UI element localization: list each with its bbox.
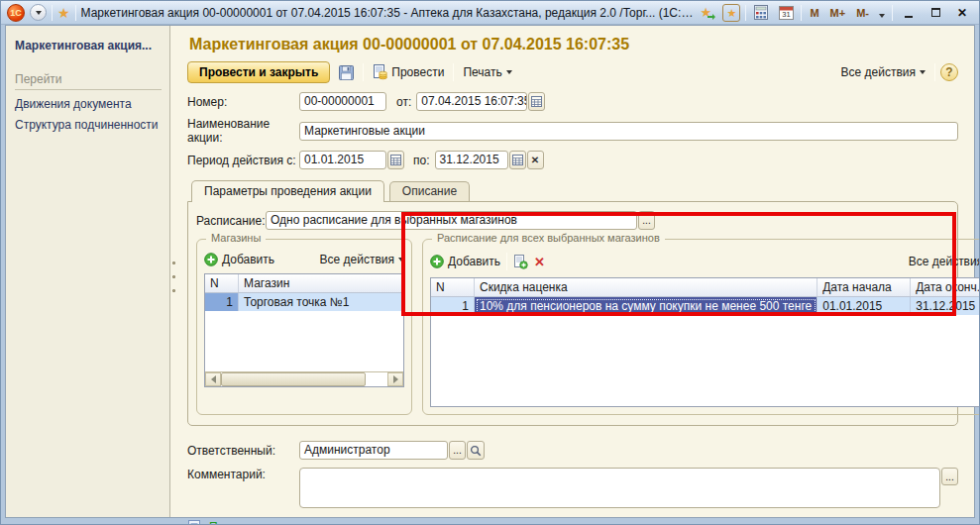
- tab-bar: Параметры проведения акции Описание: [187, 179, 958, 201]
- stores-toolbar: Добавить Все действия: [204, 253, 404, 266]
- add-plus-icon: [430, 255, 444, 268]
- comment-input[interactable]: [299, 468, 940, 508]
- favorites-star-icon[interactable]: ★: [57, 6, 70, 20]
- divider: [363, 63, 364, 81]
- schedule-table-header: N Скидка наценка Дата начала Дата оконч.…: [431, 278, 980, 297]
- responsible-label: Ответственный:: [187, 444, 299, 458]
- memory-m-minus-button[interactable]: M-: [853, 7, 872, 19]
- schedule-col-start[interactable]: Дата начала: [817, 278, 911, 296]
- save-button[interactable]: [335, 63, 358, 82]
- maximize-button[interactable]: [925, 4, 946, 22]
- memory-m-plus-button[interactable]: M+: [827, 7, 849, 19]
- calculator-icon: [754, 5, 768, 20]
- sidebar-item-document-movements[interactable]: Движения документа: [15, 97, 162, 111]
- schedule-table: N Скидка наценка Дата начала Дата оконч.…: [430, 277, 980, 407]
- sidebar-item-subordination-structure[interactable]: Структура подчиненности: [15, 118, 162, 132]
- stores-col-store[interactable]: Магазин: [239, 274, 403, 292]
- divider: [52, 5, 53, 21]
- tab-description[interactable]: Описание: [389, 181, 470, 201]
- calendar-grid-icon: [512, 155, 523, 165]
- sidebar-splitter[interactable]: [170, 26, 177, 517]
- sidebar: Маркетинговая акция... Перейти Движения …: [6, 26, 170, 517]
- maximize-icon: [931, 8, 940, 17]
- all-actions-button[interactable]: Все действия: [837, 63, 929, 81]
- sidebar-nav-header: Перейти: [15, 72, 162, 90]
- schedule-copy-button[interactable]: [513, 255, 528, 269]
- period-to-picker-button[interactable]: [509, 151, 526, 169]
- chevron-down-icon: [920, 70, 926, 74]
- post-button[interactable]: Провести: [369, 62, 448, 82]
- close-button[interactable]: ✕: [951, 4, 973, 22]
- period-label: Период действия с:: [187, 154, 299, 167]
- arrow-left-icon: [211, 375, 216, 383]
- stores-table-empty-area: [205, 311, 403, 371]
- calendar-button[interactable]: 31: [776, 4, 796, 22]
- post-and-close-button[interactable]: Провести и закрыть: [187, 61, 330, 83]
- number-input[interactable]: 00-00000001: [299, 92, 386, 111]
- number-label: Номер:: [187, 95, 299, 109]
- schedule-col-discount[interactable]: Скидка наценка: [475, 278, 817, 296]
- period-to-input[interactable]: 31.12.2015: [435, 151, 508, 169]
- main-panel: Маркетинговая акция 00-00000001 от 07.04…: [177, 26, 974, 517]
- posted-document-icon: [187, 519, 203, 525]
- scroll-right-button[interactable]: [387, 372, 403, 386]
- favorites-list-button[interactable]: ★: [722, 4, 740, 22]
- toolbar-overflow-chevron-icon[interactable]: [879, 14, 885, 18]
- divider: [801, 5, 802, 21]
- period-from-picker-button[interactable]: [387, 151, 404, 169]
- print-menu-button[interactable]: Печать: [459, 63, 515, 81]
- schedule-delete-button[interactable]: ✕: [534, 255, 545, 269]
- tab-panel: Расписание: Одно расписание для выбранны…: [187, 201, 958, 426]
- period-to-clear-button[interactable]: ✕: [527, 151, 544, 169]
- help-button[interactable]: ?: [940, 63, 958, 81]
- name-input[interactable]: Маркетинговые акции: [299, 122, 958, 141]
- table-row[interactable]: 1 10% для пенсионеров на сумму покупки н…: [431, 297, 980, 315]
- schedule-group-title: Расписание для всех выбранных магазинов: [432, 232, 665, 244]
- sidebar-document-title: Маркетинговая акция...: [15, 39, 162, 52]
- command-bar: Провести и закрыть: [187, 61, 958, 83]
- magnifier-icon: [470, 445, 482, 457]
- system-menu-button[interactable]: [30, 4, 47, 21]
- green-arrow-icon: [708, 12, 715, 20]
- group-boxes: Магазины Добавить: [196, 239, 949, 415]
- comment-expand-button[interactable]: ...: [941, 468, 958, 485]
- titlebar: 1С ★ Маркетинговая акция 00-00000001 от …: [1, 1, 979, 25]
- minimize-icon: [905, 16, 913, 18]
- schedule-select-button[interactable]: ...: [638, 211, 655, 230]
- schedule-col-n[interactable]: N: [431, 278, 475, 296]
- period-from-input[interactable]: 01.01.2015: [299, 151, 386, 169]
- calendar-grid-icon: [390, 155, 401, 165]
- scroll-track[interactable]: [221, 372, 387, 386]
- schedule-col-end[interactable]: Дата оконч...: [911, 278, 980, 296]
- table-row[interactable]: 1 Торговая точка №1: [205, 293, 403, 311]
- copy-add-icon: [513, 255, 528, 269]
- scroll-left-button[interactable]: [205, 372, 221, 386]
- name-row: Наименование акции: Маркетинговые акции: [187, 117, 958, 145]
- responsible-search-button[interactable]: [467, 441, 485, 460]
- stores-all-actions-button[interactable]: Все действия: [320, 253, 404, 266]
- stores-h-scrollbar[interactable]: [205, 371, 403, 386]
- add-favorite-button[interactable]: ★: [698, 4, 717, 22]
- minimize-button[interactable]: [898, 4, 920, 22]
- date-picker-button[interactable]: [528, 92, 545, 111]
- memory-m-button[interactable]: M: [807, 7, 821, 19]
- add-plus-icon: [204, 253, 218, 266]
- 1c-logo-icon: 1С: [7, 4, 25, 22]
- window-content: Маркетинговая акция... Перейти Движения …: [5, 25, 975, 518]
- stores-add-button[interactable]: Добавить: [204, 253, 274, 266]
- schedule-add-button[interactable]: Добавить: [430, 255, 500, 268]
- stores-col-n[interactable]: N: [205, 274, 239, 292]
- tab-action-parameters[interactable]: Параметры проведения акции: [191, 180, 384, 202]
- stores-groupbox: Магазины Добавить: [196, 239, 412, 415]
- svg-text:31: 31: [782, 10, 790, 19]
- schedule-add-label: Добавить: [448, 255, 500, 268]
- schedule-input[interactable]: Одно расписание для выбранных магазинов: [266, 211, 637, 230]
- window-title: Маркетинговая акция 00-00000001 от 07.04…: [81, 6, 694, 20]
- responsible-select-button[interactable]: ...: [449, 441, 466, 460]
- date-input[interactable]: 07.04.2015 16:07:35: [416, 92, 527, 111]
- calculator-button[interactable]: [751, 4, 771, 22]
- responsible-input[interactable]: Администратор: [299, 441, 448, 460]
- scroll-thumb[interactable]: [221, 372, 366, 386]
- comment-label: Комментарий:: [187, 468, 299, 481]
- schedule-all-actions-button[interactable]: Все действия: [909, 255, 980, 268]
